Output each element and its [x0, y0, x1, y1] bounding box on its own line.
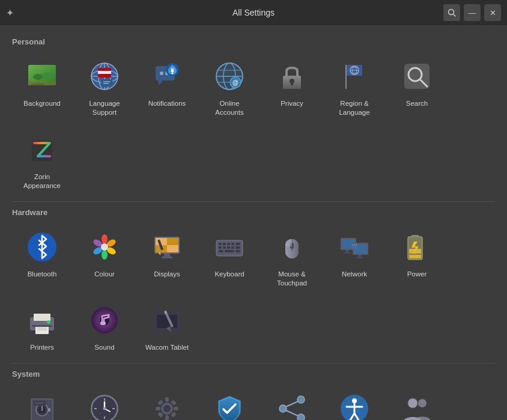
- svg-rect-75: [223, 243, 226, 245]
- power-icon: [398, 228, 436, 266]
- svg-rect-15: [98, 68, 111, 71]
- backups-icon: [23, 389, 61, 420]
- search-button[interactable]: [443, 4, 460, 21]
- svg-rect-27: [171, 68, 174, 72]
- zorin-appearance-item[interactable]: ZorinAppearance: [12, 124, 72, 195]
- svg-line-1: [454, 14, 456, 17]
- firewall-item[interactable]: FirewallConfiguration: [199, 383, 260, 420]
- svg-rect-146: [165, 397, 169, 402]
- users-item[interactable]: Users: [387, 383, 447, 420]
- window-title: All Settings: [232, 8, 275, 17]
- hardware-grid: Bluetooth Col: [12, 222, 495, 357]
- sound-label: Sound: [94, 343, 114, 352]
- background-label: Background: [23, 99, 60, 108]
- svg-rect-147: [165, 415, 169, 420]
- close-button[interactable]: ✕: [484, 4, 501, 21]
- language-support-item[interactable]: LanguageSupport: [74, 51, 135, 122]
- settings-content: Personal: [0, 25, 507, 420]
- svg-rect-83: [235, 246, 240, 249]
- svg-rect-65: [167, 238, 178, 245]
- users-icon: [398, 389, 436, 420]
- svg-rect-105: [411, 235, 419, 237]
- privacy-label: Privacy: [281, 99, 303, 108]
- keyboard-icon: [210, 228, 249, 266]
- svg-rect-86: [235, 250, 240, 252]
- search-label: Search: [406, 99, 428, 108]
- svg-point-55: [102, 234, 108, 244]
- minimize-button[interactable]: —: [464, 4, 481, 21]
- svg-rect-68: [164, 254, 170, 257]
- window-controls: — ✕: [443, 4, 501, 21]
- displays-item[interactable]: Displays: [137, 222, 197, 293]
- svg-rect-94: [344, 252, 351, 254]
- svg-point-58: [102, 250, 108, 260]
- region-language-icon: [335, 57, 374, 96]
- svg-rect-7: [31, 84, 44, 85]
- svg-point-165: [418, 399, 427, 407]
- universal-access-item[interactable]: UniversalAccess: [324, 383, 384, 420]
- firewall-icon: [210, 389, 249, 420]
- online-accounts-item[interactable]: @ OnlineAccounts: [199, 51, 260, 122]
- wacom-tablet-label: Wacom Tablet: [145, 343, 189, 352]
- svg-rect-112: [32, 325, 52, 327]
- svg-rect-67: [167, 245, 178, 252]
- svg-rect-16: [98, 71, 111, 74]
- svg-rect-149: [174, 407, 178, 410]
- language-support-label: LanguageSupport: [89, 99, 120, 117]
- personal-section-title: Personal: [12, 37, 495, 46]
- region-language-item[interactable]: Region &Language: [324, 51, 384, 122]
- network-item[interactable]: Network: [324, 222, 384, 293]
- svg-rect-82: [231, 246, 234, 249]
- printers-icon: [23, 301, 61, 339]
- keyboard-item[interactable]: Keyboard: [199, 222, 260, 293]
- backups-item[interactable]: Backups: [12, 383, 72, 420]
- wacom-icon: [148, 301, 186, 339]
- sharing-item[interactable]: Sharing: [262, 383, 322, 420]
- svg-text:@: @: [232, 79, 238, 86]
- personal-grid: Background: [12, 51, 495, 195]
- sound-item[interactable]: Sound: [74, 295, 135, 357]
- svg-point-155: [297, 396, 305, 403]
- hardware-divider: [12, 201, 495, 202]
- svg-point-5: [41, 72, 53, 79]
- privacy-item[interactable]: Privacy: [262, 51, 322, 122]
- titlebar: ✦ All Settings — ✕: [0, 0, 507, 25]
- bluetooth-icon: [23, 228, 61, 266]
- svg-rect-109: [34, 314, 50, 321]
- svg-rect-98: [356, 257, 363, 258]
- background-item[interactable]: Background: [12, 51, 72, 122]
- svg-rect-132: [34, 401, 46, 406]
- svg-rect-107: [409, 255, 421, 258]
- svg-rect-84: [219, 250, 223, 252]
- svg-rect-80: [223, 246, 226, 249]
- svg-point-119: [102, 321, 106, 325]
- details-item[interactable]: Details: [137, 383, 197, 420]
- zorin-appearance-icon: [23, 130, 61, 169]
- sound-icon: [85, 301, 124, 339]
- svg-rect-81: [227, 246, 230, 249]
- displays-label: Displays: [154, 270, 180, 279]
- wacom-tablet-item[interactable]: Wacom Tablet: [137, 295, 197, 357]
- colour-icon: [85, 228, 124, 266]
- settings-window: ✦ All Settings — ✕ Personal: [0, 0, 507, 420]
- bluetooth-item[interactable]: Bluetooth: [12, 222, 72, 293]
- search-settings-item[interactable]: Search: [387, 51, 447, 122]
- power-item[interactable]: Power: [387, 222, 447, 293]
- system-divider: [12, 363, 495, 364]
- svg-point-143: [103, 407, 106, 410]
- date-time-item[interactable]: Date & Time: [74, 383, 135, 420]
- svg-rect-76: [227, 243, 230, 245]
- notifications-item[interactable]: Notifications: [137, 51, 197, 122]
- svg-rect-42: [345, 65, 347, 89]
- printers-item[interactable]: Printers: [12, 295, 72, 357]
- date-time-icon: [85, 389, 124, 420]
- colour-item[interactable]: Colour: [74, 222, 135, 293]
- online-accounts-label: OnlineAccounts: [215, 99, 243, 117]
- mouse-touchpad-item[interactable]: Mouse &Touchpad: [262, 222, 322, 293]
- svg-rect-78: [235, 243, 240, 245]
- svg-rect-74: [219, 243, 222, 245]
- svg-point-28: [172, 73, 174, 75]
- svg-rect-93: [345, 250, 349, 252]
- svg-point-154: [279, 405, 287, 412]
- mouse-icon: [273, 228, 311, 266]
